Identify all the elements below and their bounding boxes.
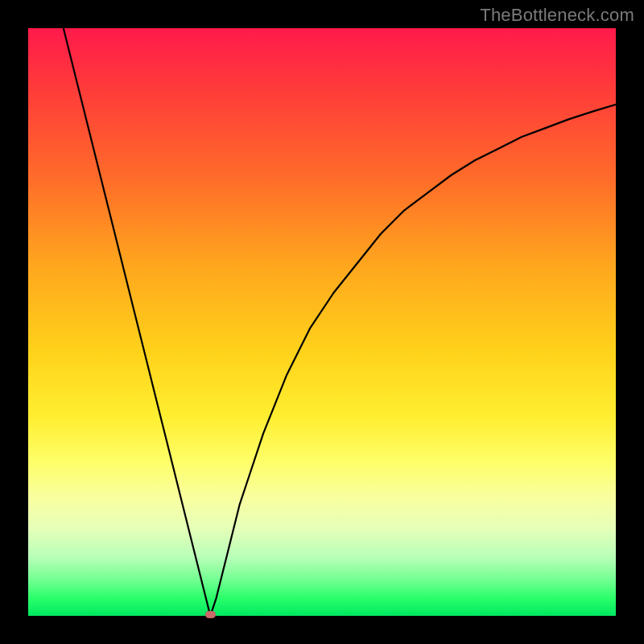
chart-frame: TheBottleneck.com [0,0,644,644]
optimum-marker [205,611,216,618]
bottleneck-curve [64,28,616,616]
curve-svg [28,28,616,616]
watermark-text: TheBottleneck.com [480,5,634,26]
plot-area [28,28,616,616]
